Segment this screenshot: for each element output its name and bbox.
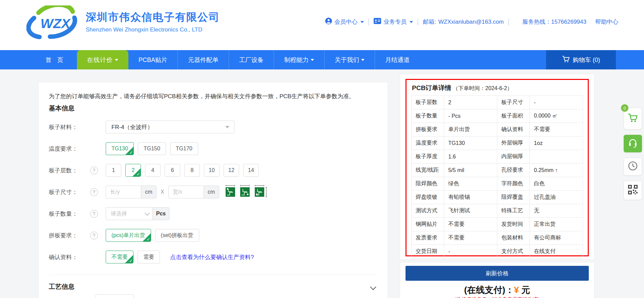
nav-item[interactable]: 在线计价: [77, 50, 128, 69]
option-button[interactable]: 2: [125, 164, 141, 177]
question-circle-icon[interactable]: ?: [90, 188, 98, 196]
section-process-header[interactable]: 工艺信息: [49, 281, 377, 293]
nav-items: 首 页在线计价PCBA贴片元器件配单工厂设备制程能力关于我们月结通道: [34, 50, 420, 69]
order-value: 不需要: [530, 123, 583, 136]
qr-code-button[interactable]: [624, 181, 642, 200]
order-label: 阻焊颜色: [412, 177, 444, 191]
option-button[interactable]: (set)拼板出货: [155, 229, 199, 242]
price-unit: 元: [519, 285, 530, 295]
order-label: 板子厚度: [412, 150, 444, 164]
chevron-down-icon: [410, 21, 413, 23]
service-hotline: 服务热线：15766269943: [522, 18, 586, 26]
order-label: 板子数量: [412, 109, 444, 123]
order-value: 在线支付: [530, 245, 583, 258]
question-circle-icon[interactable]: ?: [90, 167, 98, 174]
header-separator: [508, 19, 509, 25]
order-label: 钢网贴片: [412, 218, 444, 231]
option-button[interactable]: 12: [224, 164, 239, 177]
order-time: （下单时间：2024-6-2）: [453, 85, 513, 91]
order-value: 不需要: [444, 218, 497, 231]
field-row-layers: 板子层数： ? 12468101214: [49, 164, 377, 177]
order-row: 发票要求不需要包装材料有公司商标: [412, 231, 583, 245]
member-center-link[interactable]: 会员中心: [325, 18, 364, 26]
option-button[interactable]: TG130: [106, 142, 134, 155]
question-circle-icon[interactable]: ?: [90, 210, 98, 218]
nav-item[interactable]: 关于我们: [324, 50, 375, 69]
option-button[interactable]: 4: [145, 164, 161, 177]
wzx-logo-icon: WZX: [26, 5, 81, 41]
header-separator: [369, 19, 369, 25]
quantity-placeholder: 请选择: [111, 210, 127, 217]
length-input[interactable]: [106, 186, 141, 198]
nav-cart-label: 购物车 (0): [573, 56, 600, 64]
order-value: 1oz: [530, 136, 583, 150]
question-circle-icon[interactable]: ?: [90, 232, 98, 239]
partially-visible-control[interactable]: [96, 294, 134, 298]
nav-cart-button[interactable]: 购物车 (0): [546, 50, 616, 69]
width-input[interactable]: [168, 186, 204, 198]
order-value: 无: [530, 204, 583, 218]
size-label: 板子尺寸：: [49, 188, 90, 196]
order-value: TG130: [444, 136, 497, 150]
chevron-down-icon: [225, 126, 229, 128]
option-button[interactable]: 6: [165, 164, 180, 177]
option-button[interactable]: TG150: [138, 142, 166, 155]
order-details-red-panel: PCB订单详情 （下单时间：2024-6-2） 板子层数2板子尺寸-板子数量- …: [406, 79, 589, 256]
nav-item[interactable]: PCBA贴片: [128, 50, 178, 69]
order-table-body: 板子层数2板子尺寸-板子数量- Pcs板子面积0.0000 ㎡拼板要求单片出货确…: [412, 96, 583, 258]
nav-item[interactable]: 制程能力: [274, 50, 324, 69]
option-button[interactable]: 8: [184, 164, 200, 177]
nav-item[interactable]: 工厂设备: [229, 50, 274, 69]
field-row-panel: 拼板要求： ? (pcs)单片出货(set)拼板出货: [49, 229, 377, 242]
order-value: 0.25mm ↑: [530, 164, 583, 177]
help-center-link[interactable]: 帮助中心: [595, 18, 618, 26]
hotline-number: 15766269943: [551, 19, 586, 25]
order-label: 内层铜厚: [497, 150, 529, 164]
company-logo[interactable]: WZX: [26, 5, 81, 41]
email-label: 邮箱:: [423, 18, 436, 26]
nav-item[interactable]: 月结通道: [375, 50, 420, 69]
nav-item[interactable]: 首 页: [34, 50, 77, 69]
id-card-icon: [374, 18, 381, 26]
option-button[interactable]: 14: [243, 164, 259, 177]
company-name-en: Shenzhen Wei Zhongxin Electronics Co., L…: [86, 26, 220, 33]
order-label: 确认资料: [497, 123, 529, 136]
clock-icon: [628, 161, 638, 172]
option-button[interactable]: TG170: [170, 142, 198, 155]
order-row: 板子数量- Pcs板子面积0.0000 ㎡: [412, 109, 583, 123]
pay-prefix: (在线支付)：: [464, 285, 514, 295]
option-button[interactable]: 1: [106, 164, 121, 177]
section-title-basic: 基本信息: [49, 104, 75, 113]
nav-item-label: 月结通道: [385, 56, 410, 64]
chevron-down-icon: [360, 21, 364, 23]
order-label: 特殊工艺: [497, 204, 529, 218]
order-label: 阻焊覆盖: [497, 191, 529, 204]
refresh-price-button[interactable]: 刷新价格: [406, 266, 589, 281]
help-wrap: ?: [90, 188, 106, 196]
floating-cart-button[interactable]: 0: [624, 108, 642, 129]
order-row: 温度要求TG130外层铜厚1oz: [412, 136, 583, 150]
chevron-down-icon: [115, 59, 118, 61]
option-button[interactable]: 需要: [138, 251, 160, 263]
nav-item[interactable]: 元器件配单: [178, 50, 229, 69]
option-button[interactable]: 10: [204, 164, 220, 177]
pcb-quote-page: WZX 深圳市伟众信电子有限公司 Shenzhen Wei Zhongxin E…: [0, 0, 644, 298]
quantity-select[interactable]: 请选择: [106, 207, 152, 220]
confirm-options: 不需要需要: [106, 251, 164, 263]
order-label: 板子面积: [497, 109, 529, 123]
confirm-info-link[interactable]: 点击查看为什么要确认生产资料?: [170, 253, 254, 261]
header-separator: [418, 19, 418, 25]
option-button[interactable]: 不需要: [106, 251, 133, 263]
customer-service-button[interactable]: [624, 135, 642, 152]
member-center-label: 会员中心: [334, 18, 357, 26]
hotline-button[interactable]: [624, 158, 642, 175]
help-wrap: ?: [90, 232, 106, 239]
field-row-material: 板子材料： FR-4（全波纤）: [49, 120, 377, 134]
chevron-down-icon: [361, 59, 365, 61]
material-select[interactable]: FR-4（全波纤）: [106, 121, 234, 133]
price-card: 刷新价格 (在线支付)：¥ 元 (价格仅供参考，以业务专员审核为准): [400, 262, 595, 298]
business-rep-link[interactable]: 业务专员: [374, 18, 413, 26]
email-link[interactable]: 邮箱: WZXxianluban@163.com: [423, 18, 504, 26]
help-wrap: ?: [90, 167, 106, 174]
option-button[interactable]: (pcs)单片出货: [106, 229, 151, 242]
